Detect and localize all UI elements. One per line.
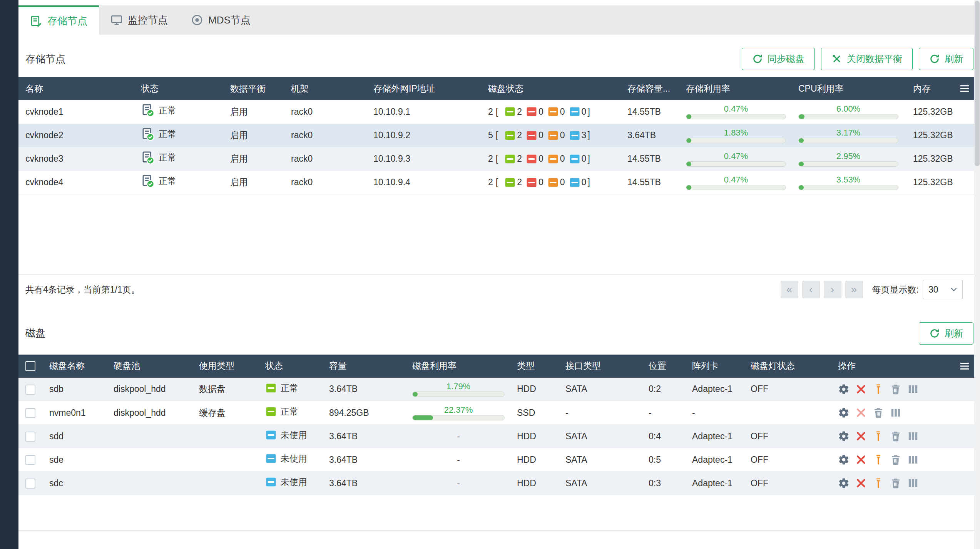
per-page-select[interactable]: 30 xyxy=(923,280,963,299)
delete-icon[interactable] xyxy=(890,477,901,489)
remove-disk-icon[interactable] xyxy=(855,430,867,442)
disk-position: 0:2 xyxy=(642,378,685,401)
tab-mds-nodes[interactable]: MDS节点 xyxy=(179,5,262,35)
row-checkbox[interactable] xyxy=(25,385,35,395)
raid-config-icon[interactable] xyxy=(907,454,919,465)
sync-disks-button[interactable]: 同步磁盘 xyxy=(742,48,815,70)
delete-icon[interactable] xyxy=(890,383,901,395)
node-cpu-util-cell: 2.95% xyxy=(791,147,906,171)
disk-row[interactable]: sdb diskpool_hdd 数据盘 正常 3.64TB 1.79% H xyxy=(18,378,974,401)
tab-storage-nodes[interactable]: 存储节点 xyxy=(18,5,99,35)
storage-node-row[interactable]: cvknode2 正常 启用 rack0 10.10.9.2 5[ 2 0 0 xyxy=(18,124,974,147)
prev-page-button[interactable]: ‹ xyxy=(802,281,820,298)
refresh-nodes-button[interactable]: 刷新 xyxy=(919,48,973,70)
disk-row[interactable]: sdd 未使用 3.64TB - HDD SATA 0:4 Adaptec-1 … xyxy=(18,425,974,448)
settings-icon[interactable] xyxy=(838,454,850,465)
settings-icon[interactable] xyxy=(838,430,850,442)
disk-fault-icon xyxy=(526,130,537,141)
node-status-cell: 正常 xyxy=(134,147,223,171)
disk-raid: Adaptec-1 xyxy=(685,425,744,448)
settings-icon[interactable] xyxy=(838,383,850,395)
disk-raid: Adaptec-1 xyxy=(685,378,744,401)
node-disk-status-cell: 2[ 2 0 0 0] xyxy=(481,171,620,194)
raid-config-icon[interactable] xyxy=(890,407,901,418)
row-checkbox[interactable] xyxy=(25,408,35,418)
raid-config-icon[interactable] xyxy=(907,383,919,395)
disk-use-type xyxy=(192,425,258,448)
disk-column-menu-icon[interactable] xyxy=(959,360,970,372)
page-scrollbar[interactable] xyxy=(974,0,980,549)
disk-row[interactable]: nvme0n1 diskpool_hdd 缓存盘 正常 894.25GB 22.… xyxy=(18,401,974,425)
record-summary: 共有4条记录，当前第1/1页。 xyxy=(25,284,140,296)
tab-monitor-nodes[interactable]: 监控节点 xyxy=(99,5,179,35)
node-name: cvknode2 xyxy=(18,124,134,147)
disk-status-cell: 正常 xyxy=(258,378,322,401)
last-page-button[interactable]: » xyxy=(845,281,863,298)
storage-node-tab-icon xyxy=(30,15,42,27)
server-ok-icon xyxy=(141,151,155,165)
close-data-balance-button[interactable]: 关闭数据平衡 xyxy=(821,48,913,70)
node-balance: 启用 xyxy=(223,147,284,171)
disk-row[interactable]: sde 未使用 3.64TB - HDD SATA 0:5 Adaptec-1 … xyxy=(18,448,974,472)
locate-disk-icon[interactable] xyxy=(873,383,884,395)
next-page-button[interactable]: › xyxy=(824,281,841,298)
locate-disk-icon[interactable] xyxy=(873,477,884,489)
select-all-checkbox[interactable] xyxy=(25,361,35,371)
settings-icon[interactable] xyxy=(838,477,850,489)
disk-row[interactable]: sdc 未使用 3.64TB - HDD SATA 0:3 Adaptec-1 … xyxy=(18,472,974,495)
remove-disk-icon[interactable] xyxy=(855,477,867,489)
remove-disk-icon[interactable] xyxy=(855,383,867,395)
first-page-button[interactable]: « xyxy=(781,281,798,298)
settings-icon[interactable] xyxy=(838,407,850,418)
storage-node-row[interactable]: cvknode1 正常 启用 rack0 10.10.9.1 2[ 2 0 0 xyxy=(18,100,974,124)
refresh-icon xyxy=(929,54,940,64)
disk-name: nvme0n1 xyxy=(42,401,107,425)
disk-use-type xyxy=(192,472,258,495)
col-node-disk-status: 磁盘状态 xyxy=(481,77,620,100)
node-column-menu-icon[interactable] xyxy=(959,83,970,94)
node-status-text: 正常 xyxy=(159,128,176,140)
disk-light xyxy=(744,401,831,425)
disk-ok-icon xyxy=(504,153,516,165)
node-ip: 10.10.9.2 xyxy=(366,124,481,147)
disk-normal-icon xyxy=(265,406,277,417)
raid-config-icon[interactable] xyxy=(907,430,919,442)
delete-icon[interactable] xyxy=(890,430,901,442)
storage-node-row[interactable]: cvknode4 正常 启用 rack0 10.10.9.4 2[ 2 0 0 xyxy=(18,171,974,194)
refresh-disks-button[interactable]: 刷新 xyxy=(919,322,973,345)
disk-use-type xyxy=(192,448,258,472)
col-disk-ops: 操作 xyxy=(831,355,955,378)
row-checkbox[interactable] xyxy=(25,479,35,489)
disk-ok-icon xyxy=(504,177,516,188)
locate-disk-icon[interactable] xyxy=(873,430,884,442)
tab-monitor-label: 监控节点 xyxy=(128,13,168,27)
disk-name: sdb xyxy=(42,378,107,401)
row-checkbox[interactable] xyxy=(25,432,35,442)
node-ip: 10.10.9.4 xyxy=(366,171,481,194)
disk-status-cell: 正常 xyxy=(258,401,322,425)
storage-node-row[interactable]: cvknode3 正常 启用 rack0 10.10.9.3 2[ 2 0 0 xyxy=(18,147,974,171)
raid-config-icon[interactable] xyxy=(907,477,919,489)
remove-disk-icon[interactable] xyxy=(855,454,867,465)
col-node-name: 名称 xyxy=(18,77,134,100)
disk-warn-icon xyxy=(547,106,559,117)
remove-disk-icon-disabled[interactable] xyxy=(855,407,867,418)
node-disk-status-cell: 5[ 2 0 0 3] xyxy=(481,124,620,147)
node-rack: rack0 xyxy=(284,147,366,171)
disk-free-icon xyxy=(569,130,580,141)
tools-icon xyxy=(831,54,842,64)
node-memory: 125.32GB xyxy=(906,124,955,147)
locate-disk-icon[interactable] xyxy=(873,454,884,465)
table-empty-space xyxy=(18,194,974,274)
disk-interface: SATA xyxy=(559,448,642,472)
disk-interface: SATA xyxy=(559,425,642,448)
delete-icon[interactable] xyxy=(890,454,901,465)
node-status-text: 正常 xyxy=(159,105,176,117)
disk-name: sdd xyxy=(42,425,107,448)
col-disk-type: 类型 xyxy=(510,355,559,378)
col-node-memory: 内存 xyxy=(906,77,955,100)
delete-icon[interactable] xyxy=(873,407,884,418)
scrollbar-thumb[interactable] xyxy=(975,1,980,166)
node-memory: 125.32GB xyxy=(906,171,955,194)
row-checkbox[interactable] xyxy=(25,455,35,465)
